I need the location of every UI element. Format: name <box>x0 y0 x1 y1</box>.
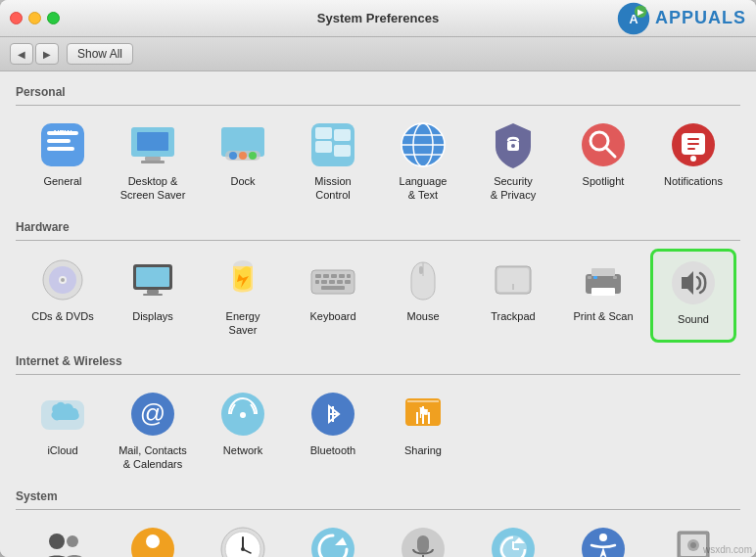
pref-bluetooth[interactable]: Bluetooth <box>290 383 376 478</box>
keyboard-icon <box>307 255 358 305</box>
energy-label: EnergySaver <box>226 309 260 338</box>
spotlight-label: Spotlight <box>583 174 625 188</box>
pref-software-update[interactable]: SoftwareUpdate <box>290 518 376 557</box>
accessibility-icon <box>578 524 629 557</box>
sharing-icon: ⚑ <box>398 389 449 440</box>
pref-parental[interactable]: ParentalControls <box>110 518 196 557</box>
system-label: System <box>16 486 740 510</box>
traffic-lights <box>10 12 60 24</box>
displays-icon <box>127 255 178 305</box>
dock-icon <box>217 119 268 170</box>
appuals-logo: A ▶ APPUALS <box>616 1 746 36</box>
maximize-button[interactable] <box>47 12 60 24</box>
appuals-logo-icon: A ▶ <box>616 1 651 36</box>
svg-point-43 <box>61 278 65 282</box>
pref-notifications[interactable]: Notifications <box>650 114 736 209</box>
svg-point-82 <box>49 534 65 549</box>
window-title: System Preferences <box>317 11 439 25</box>
mail-label: Mail, Contacts& Calendars <box>118 443 187 472</box>
svg-rect-60 <box>321 286 345 290</box>
sound-label: Sound <box>678 312 709 326</box>
svg-rect-68 <box>591 288 615 296</box>
pref-energy[interactable]: EnergySaver <box>200 249 286 344</box>
pref-icloud[interactable]: iCloud <box>20 383 106 478</box>
cds-icon <box>37 255 88 305</box>
pref-print-scan[interactable]: Print & Scan <box>560 249 646 344</box>
svg-rect-39 <box>687 148 695 150</box>
pref-desktop[interactable]: Desktop &Screen Saver <box>110 114 196 209</box>
svg-rect-57 <box>329 280 335 284</box>
show-all-button[interactable]: Show All <box>67 43 133 65</box>
svg-rect-70 <box>593 276 597 279</box>
internet-icons: iCloud @ Mail, Contacts& Calendars <box>16 383 740 478</box>
pref-time-machine[interactable]: Time Machine <box>470 518 556 557</box>
desktop-label: Desktop &Screen Saver <box>120 174 186 203</box>
pref-spotlight[interactable]: Spotlight <box>560 114 646 209</box>
pref-dictation[interactable]: Dictation& Speech <box>380 518 466 557</box>
pref-mail[interactable]: @ Mail, Contacts& Calendars <box>110 383 196 478</box>
bluetooth-label: Bluetooth <box>310 443 355 457</box>
svg-rect-55 <box>315 280 319 284</box>
sharing-label: Sharing <box>404 443 442 457</box>
svg-point-94 <box>311 528 354 557</box>
notifications-icon <box>668 119 719 170</box>
pref-mouse[interactable]: Mouse <box>380 249 466 344</box>
forward-button[interactable]: ▶ <box>35 43 59 65</box>
general-icon: NEW <box>37 119 88 170</box>
pref-cds-dvds[interactable]: CDs & DVDs <box>20 249 106 344</box>
network-icon <box>217 389 268 440</box>
internet-section: Internet & Wireless iCloud <box>16 350 740 478</box>
pref-sharing[interactable]: ⚑ Sharing <box>380 383 466 478</box>
mission-control-label: MissionControl <box>314 174 351 203</box>
system-icons: Users &Groups ParentalControls <box>16 518 740 557</box>
svg-rect-38 <box>687 143 699 145</box>
personal-icons: NEW General Desktop &Screen S <box>16 114 740 209</box>
svg-rect-45 <box>136 267 169 287</box>
personal-label: Personal <box>16 81 740 106</box>
svg-text:⚑: ⚑ <box>417 405 430 421</box>
back-button[interactable]: ◀ <box>10 43 33 65</box>
svg-point-77 <box>240 412 246 418</box>
pref-datetime[interactable]: 18 Date & Time <box>200 518 286 557</box>
pref-network[interactable]: Network <box>200 383 286 478</box>
toolbar: ◀ ▶ Show All <box>0 37 756 71</box>
trackpad-label: Trackpad <box>491 309 535 323</box>
svg-rect-46 <box>147 290 159 294</box>
displays-label: Displays <box>132 309 173 323</box>
titlebar: System Preferences A ▶ APPUALS <box>0 0 756 37</box>
svg-point-85 <box>146 534 160 548</box>
mail-icon: @ <box>127 389 178 440</box>
mission-control-icon <box>307 119 358 170</box>
svg-rect-47 <box>143 294 163 296</box>
pref-mission-control[interactable]: MissionControl <box>290 114 376 209</box>
svg-point-16 <box>239 152 247 160</box>
pref-language[interactable]: Language& Text <box>380 114 466 209</box>
bluetooth-icon <box>307 389 358 440</box>
pref-dock[interactable]: Dock <box>200 114 286 209</box>
svg-point-17 <box>249 152 257 160</box>
pref-displays[interactable]: Displays <box>110 249 196 344</box>
svg-rect-19 <box>315 141 332 153</box>
pref-users[interactable]: Users &Groups <box>20 518 106 557</box>
pref-security[interactable]: Security& Privacy <box>470 114 556 209</box>
svg-rect-51 <box>323 274 329 278</box>
keyboard-label: Keyboard <box>309 309 355 323</box>
svg-point-83 <box>67 535 78 547</box>
appuals-logo-text: APPUALS <box>655 8 746 28</box>
mouse-label: Mouse <box>406 309 439 323</box>
icloud-label: iCloud <box>47 443 77 457</box>
pref-trackpad[interactable]: Trackpad <box>470 249 556 344</box>
svg-rect-59 <box>345 280 351 284</box>
pref-keyboard[interactable]: Keyboard <box>290 249 376 344</box>
pref-general[interactable]: NEW General <box>20 114 106 209</box>
pref-sound[interactable]: Sound <box>650 249 736 344</box>
close-button[interactable] <box>10 12 23 24</box>
hardware-icons: CDs & DVDs Displays <box>16 249 740 344</box>
system-preferences-window: System Preferences A ▶ APPUALS ◀ ▶ Show … <box>0 0 756 557</box>
minimize-button[interactable] <box>28 12 41 24</box>
svg-point-92 <box>241 547 245 551</box>
svg-point-31 <box>582 123 625 166</box>
spotlight-icon <box>578 119 629 170</box>
pref-accessibility[interactable]: Accessibility <box>560 518 646 557</box>
preferences-content: Personal NEW General <box>0 71 756 557</box>
